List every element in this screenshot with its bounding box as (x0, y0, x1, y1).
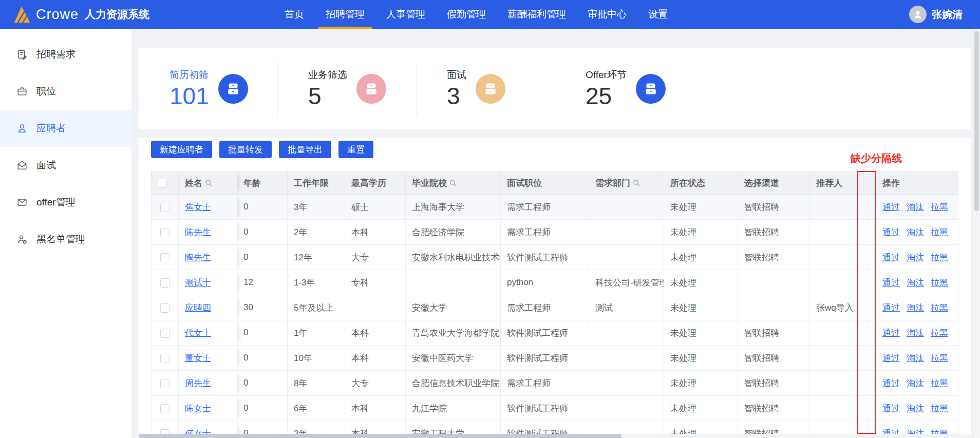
referrer-cell (810, 346, 857, 371)
action-link-2[interactable]: 拉黑 (931, 353, 948, 363)
column-header-9: 选择渠道 (738, 171, 810, 195)
toolbar-button-3[interactable]: 重置 (338, 141, 373, 158)
search-icon[interactable] (205, 179, 212, 186)
row-checkbox[interactable] (160, 203, 169, 212)
vertical-scrollbar-thumb[interactable] (974, 31, 979, 211)
column-header-label: 选择渠道 (744, 177, 779, 189)
actions-cell: 通过淘汰拉黑 (876, 245, 958, 270)
action-link-0[interactable]: 通过 (882, 378, 900, 388)
referrer-cell (810, 245, 857, 270)
sidebar-item-0[interactable]: 招聘需求 (0, 36, 131, 73)
action-link-0[interactable]: 通过 (882, 202, 900, 212)
sidebar-item-4[interactable]: offer管理 (0, 184, 131, 221)
stat-card-1[interactable]: 业务筛选5 (277, 48, 416, 129)
user-icon (912, 9, 924, 20)
channel-cell: 智联招聘 (738, 245, 810, 270)
row-checkbox[interactable] (160, 253, 169, 262)
nav-item-3[interactable]: 假勤管理 (436, 0, 497, 29)
search-icon[interactable] (633, 179, 640, 186)
annotation-missing-divider-label: 缺少分隔线 (851, 151, 902, 165)
action-link-1[interactable]: 淘汰 (907, 303, 924, 313)
action-link-1[interactable]: 淘汰 (907, 353, 924, 363)
actions-cell: 通过淘汰拉黑 (876, 396, 958, 421)
action-link-2[interactable]: 拉黑 (931, 303, 948, 313)
department-cell (589, 320, 664, 346)
applicant-name-link[interactable]: 董女士 (185, 353, 211, 363)
stat-card-0[interactable]: 简历初筛101 (139, 48, 277, 129)
column-header-10: 推荐人 (810, 171, 857, 195)
position-cell: 软件测试工程师 (501, 396, 589, 421)
row-checkbox[interactable] (160, 329, 169, 338)
search-icon[interactable] (449, 179, 457, 186)
applicant-name-link[interactable]: 陶先生 (185, 253, 211, 262)
stat-card-2[interactable]: 面试3 (416, 48, 555, 129)
applicant-name-link[interactable]: 代女士 (185, 328, 211, 338)
row-checkbox[interactable] (160, 354, 169, 363)
action-link-0[interactable]: 通过 (882, 404, 900, 413)
action-link-0[interactable]: 通过 (882, 353, 900, 363)
vertical-scrollbar[interactable] (973, 29, 980, 438)
name-cell: 应聘四 (179, 295, 237, 320)
action-link-1[interactable]: 淘汰 (907, 378, 924, 388)
brand: Crowe 人力资源系统 (0, 5, 149, 24)
name-cell: 陈先生 (179, 220, 237, 245)
applicant-name-link[interactable]: 陈先生 (185, 227, 211, 237)
school-cell: 安徽中医药大学 (406, 346, 501, 371)
applicant-name-link[interactable]: 陈女士 (185, 404, 211, 413)
sidebar-item-label: 面试 (36, 159, 56, 172)
action-link-1[interactable]: 淘汰 (907, 202, 924, 212)
nav-item-6[interactable]: 设置 (637, 0, 679, 29)
action-link-2[interactable]: 拉黑 (931, 202, 948, 212)
applicant-name-link[interactable]: 测试十 (185, 278, 211, 288)
sidebar-item-2[interactable]: 应聘者 (0, 110, 131, 147)
action-link-2[interactable]: 拉黑 (931, 404, 948, 413)
row-checkbox[interactable] (160, 228, 169, 237)
row-checkbox[interactable] (160, 303, 169, 313)
action-link-1[interactable]: 淘汰 (907, 328, 924, 338)
age-cell: 30 (237, 295, 288, 320)
age-cell: 0 (237, 371, 288, 396)
action-link-2[interactable]: 拉黑 (931, 328, 948, 338)
action-link-1[interactable]: 淘汰 (907, 227, 924, 237)
action-link-1[interactable]: 淘汰 (907, 278, 924, 288)
nav-item-1[interactable]: 招聘管理 (315, 0, 375, 29)
user-box[interactable]: 张婉清 (909, 6, 963, 23)
nav-item-4[interactable]: 薪酬福利管理 (497, 0, 577, 29)
action-link-0[interactable]: 通过 (882, 328, 900, 338)
sidebar-item-3[interactable]: 面试 (0, 147, 131, 184)
applicant-name-link[interactable]: 焦女士 (185, 202, 211, 212)
horizontal-scrollbar[interactable] (139, 434, 971, 438)
stat-card-3[interactable]: Offer环节25 (555, 48, 971, 129)
toolbar-button-0[interactable]: 新建应聘者 (151, 141, 212, 158)
column-header-2: 年龄 (237, 171, 288, 195)
applicant-name-link[interactable]: 周先生 (185, 378, 211, 388)
sidebar-item-5[interactable]: 黑名单管理 (0, 221, 131, 258)
table-row: 应聘四305年及以上安徽大学需求工程师测试未处理张wq导入通过淘汰拉黑 (151, 295, 958, 320)
action-link-0[interactable]: 通过 (882, 227, 900, 237)
nav-item-0[interactable]: 首页 (274, 0, 315, 29)
row-checkbox[interactable] (160, 278, 169, 288)
action-link-0[interactable]: 通过 (882, 253, 900, 262)
cabinet-icon (364, 81, 379, 97)
row-checkbox[interactable] (160, 379, 169, 388)
status-cell: 未处理 (664, 195, 738, 220)
department-cell (589, 371, 664, 396)
action-link-1[interactable]: 淘汰 (907, 253, 924, 262)
action-link-2[interactable]: 拉黑 (931, 378, 948, 388)
sidebar-item-1[interactable]: 职位 (0, 73, 131, 110)
action-link-0[interactable]: 通过 (882, 303, 900, 313)
row-checkbox[interactable] (160, 404, 169, 413)
action-link-0[interactable]: 通过 (882, 278, 900, 288)
action-link-1[interactable]: 淘汰 (907, 404, 924, 413)
nav-item-5[interactable]: 审批中心 (577, 0, 637, 29)
horizontal-scrollbar-thumb[interactable] (139, 434, 621, 438)
select-all-checkbox[interactable] (158, 179, 167, 188)
action-link-2[interactable]: 拉黑 (931, 253, 948, 262)
toolbar-button-1[interactable]: 批量转发 (219, 141, 272, 158)
applicant-name-link[interactable]: 应聘四 (185, 303, 211, 313)
action-link-2[interactable]: 拉黑 (931, 227, 948, 237)
toolbar-button-2[interactable]: 批量导出 (279, 141, 331, 158)
actions-cell: 通过淘汰拉黑 (876, 371, 958, 396)
action-link-2[interactable]: 拉黑 (931, 278, 948, 288)
nav-item-2[interactable]: 人事管理 (375, 0, 436, 29)
